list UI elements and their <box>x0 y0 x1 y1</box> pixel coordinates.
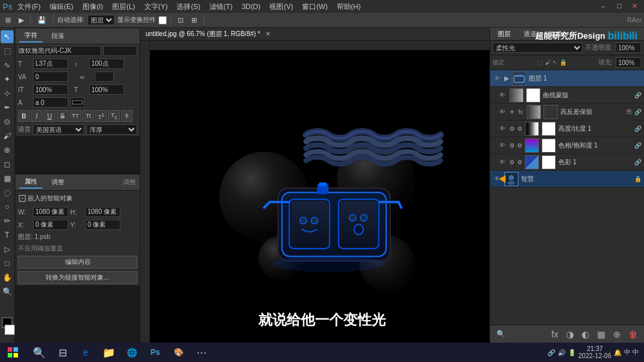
aa-select[interactable]: 浑厚 <box>86 124 138 135</box>
layer-expand-icon[interactable]: ▶ <box>504 75 509 82</box>
layer-item-hue[interactable]: 👁 ☀ fx 高反差保留 光 🔗 <box>490 104 644 120</box>
maximize-button[interactable]: □ <box>613 2 625 12</box>
search-layers-icon[interactable]: 🔍 <box>497 330 506 338</box>
brush-tool[interactable]: 🖌 <box>1 129 14 142</box>
menu-item-type[interactable]: 文字(Y) <box>140 2 172 12</box>
taskbar-time-display[interactable]: 21:37 2022-12-06 <box>578 345 611 359</box>
layer-eye-colorbal[interactable]: 👁 <box>498 141 507 150</box>
hand-tool[interactable]: ✋ <box>1 271 14 284</box>
caps-button[interactable]: TT <box>70 110 81 122</box>
clone-tool[interactable]: ⊕ <box>1 144 14 157</box>
properties-tab[interactable]: 属性 <box>19 176 43 189</box>
show-transform-checkbox[interactable] <box>158 16 167 24</box>
menu-item-view[interactable]: 视图(V) <box>265 2 297 12</box>
char-tab[interactable]: 字符 <box>19 30 43 43</box>
add-fx-button[interactable]: fx <box>549 328 561 341</box>
layer-eye-group[interactable]: 👁 <box>493 74 502 83</box>
select-tool[interactable]: ⬚ <box>1 44 14 57</box>
layer-item-colorbal[interactable]: 👁 ⚙ ⚙ 色相/饱和度 1 🔗 <box>490 137 644 154</box>
bold-button[interactable]: B <box>18 110 30 122</box>
new-group-button[interactable]: ▦ <box>594 328 608 341</box>
layer-item-group[interactable]: 👁 ▶ 图层 1 <box>490 70 644 87</box>
font-size-input[interactable] <box>33 59 68 69</box>
lock-move-icon[interactable]: ↖ <box>553 59 558 66</box>
adjustments-tab[interactable]: 调整 <box>46 176 70 188</box>
menu-item-help[interactable]: 帮助(H) <box>333 2 365 12</box>
adjustment-layer-button[interactable]: ◐ <box>579 328 592 341</box>
layer-chain-colorbal[interactable]: 🔗 <box>634 142 641 149</box>
taskbar-search[interactable]: 🔍 <box>28 343 50 361</box>
zoom-tool[interactable]: 🔍 <box>1 285 14 298</box>
y-input[interactable] <box>85 220 120 230</box>
path-tool[interactable]: ▷ <box>1 243 14 256</box>
layer-item-levels[interactable]: 👁 ⚙ ⚙ 高度/比度 1 🔗 <box>490 120 644 137</box>
layer-eye-hue[interactable]: 👁 <box>498 108 507 117</box>
x-input[interactable] <box>33 220 68 230</box>
font-family-input[interactable] <box>18 46 101 56</box>
auto-select-dropdown[interactable]: 图层 <box>88 15 115 25</box>
layer-item-color[interactable]: 👁 ⚙ ⚙ 色彩 1 🔗 <box>490 154 644 171</box>
baseline-input[interactable] <box>33 97 68 108</box>
italic-button[interactable]: I <box>31 110 43 122</box>
lasso-tool[interactable]: ∿ <box>1 59 14 71</box>
taskbar-photoshop[interactable]: Ps <box>144 343 166 361</box>
eyedropper-tool[interactable]: ✒ <box>1 101 14 114</box>
blur-tool[interactable]: ◌ <box>1 186 14 199</box>
gradient-tool[interactable]: ▦ <box>1 172 14 185</box>
taskbar-blender[interactable]: 🎨 <box>167 343 189 361</box>
scale-v-input[interactable] <box>89 84 124 95</box>
layer-eye-color[interactable]: 👁 <box>498 158 507 167</box>
menu-item-layer[interactable]: 图层(L) <box>108 2 138 12</box>
add-mask-button[interactable]: ◑ <box>564 328 576 341</box>
menu-item-edit[interactable]: 编辑(E) <box>46 2 77 12</box>
spot-heal-tool[interactable]: ⊙ <box>1 115 14 128</box>
start-button[interactable] <box>0 343 26 362</box>
underline-button[interactable]: U <box>44 110 55 122</box>
canvas-close-icon[interactable]: ✕ <box>265 30 270 37</box>
menu-item-window[interactable]: 窗口(W) <box>298 2 332 12</box>
font-style-input[interactable] <box>103 46 137 56</box>
taskbar-edge[interactable]: e <box>75 343 97 361</box>
strikethrough-button[interactable]: S <box>57 110 68 122</box>
layer-eye-curves[interactable]: 👁 <box>498 91 507 100</box>
move-tool[interactable]: ↖ <box>1 30 14 43</box>
lock-all-icon[interactable]: 🔒 <box>560 59 567 66</box>
taskbar-taskview[interactable]: ⊟ <box>52 343 73 361</box>
layer-chain-curves[interactable]: 🔗 <box>634 92 641 99</box>
kerning-input[interactable] <box>95 71 114 82</box>
leading-input[interactable] <box>89 59 124 69</box>
layers-tab[interactable]: 图层 <box>494 28 515 40</box>
para-tab[interactable]: 段落 <box>46 30 70 42</box>
opacity-input[interactable] <box>616 43 641 53</box>
align-left-button[interactable]: ⊡ <box>175 15 186 25</box>
scale-h-input[interactable] <box>33 84 68 95</box>
align-center-button[interactable]: ⊞ <box>189 15 200 25</box>
lock-transparent-icon[interactable]: ⬚ <box>537 59 543 66</box>
sub-button[interactable]: T1 <box>108 110 120 122</box>
save-button[interactable]: 💾 <box>35 15 49 25</box>
tracking-input[interactable] <box>33 71 68 82</box>
blend-mode-select[interactable]: 柔性光 <box>493 43 583 53</box>
smallcaps-button[interactable]: Tt <box>82 110 94 122</box>
convert-link-button[interactable]: 转换为链接智能对象... <box>18 271 137 284</box>
menu-item-file[interactable]: 文件(F) <box>14 2 44 12</box>
taskbar-chrome[interactable]: 🌐 <box>121 343 143 361</box>
layer-item-curves[interactable]: 👁 曲线蒙版 🔗 <box>490 87 644 104</box>
pen-tool[interactable]: ✏ <box>1 214 14 227</box>
close-button[interactable]: ✕ <box>628 2 641 12</box>
language-select[interactable]: 美国英语 <box>33 124 84 135</box>
lock-paint-icon[interactable]: 🖌 <box>545 59 551 66</box>
sup-button[interactable]: T1 <box>95 110 107 122</box>
taskbar-explorer[interactable]: 📁 <box>98 343 120 361</box>
fill-input[interactable] <box>616 57 641 68</box>
new-layer-button[interactable]: ⊕ <box>611 328 623 341</box>
new-doc-button[interactable]: ⊞ <box>3 15 14 25</box>
crop-tool[interactable]: ⊹ <box>1 87 14 100</box>
ligature-button[interactable]: fi <box>121 110 133 122</box>
layer-item-smart[interactable]: 👁 智慧 🔒 <box>490 171 644 187</box>
magic-wand-tool[interactable]: ✦ <box>1 73 14 86</box>
artwork-canvas[interactable] <box>150 50 489 343</box>
menu-item-select[interactable]: 选择(S) <box>173 2 204 12</box>
menu-item-filter[interactable]: 滤镜(T) <box>205 2 236 12</box>
taskbar-notification-icon[interactable]: 🔔 <box>614 349 621 356</box>
